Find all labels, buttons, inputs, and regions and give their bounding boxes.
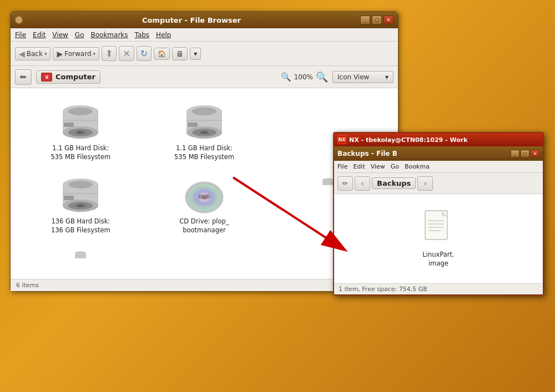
up-arrow-icon: ⬆ xyxy=(105,48,113,59)
svg-point-21 xyxy=(76,204,85,207)
backups-location[interactable]: Backups xyxy=(372,177,416,189)
computer-button[interactable]: 🖥 xyxy=(172,47,188,60)
svg-point-20 xyxy=(68,181,93,189)
svg-rect-34 xyxy=(322,180,334,185)
backups-minimize-button[interactable]: _ xyxy=(511,150,519,157)
backups-statusbar: 1 item, Free space: 754.5 GB xyxy=(334,283,543,294)
menu-tabs[interactable]: Tabs xyxy=(135,31,150,39)
window-dot xyxy=(15,16,23,24)
nx-titlebar-left: NX NX - tbekolay@CTN08:1029 - Work xyxy=(337,135,467,144)
toolbar-more-button[interactable]: ▾ xyxy=(190,48,201,60)
forward-button[interactable]: ▶ Forward ▾ xyxy=(53,47,99,60)
svg-point-4 xyxy=(68,108,93,115)
close-button[interactable]: ✕ xyxy=(384,16,393,24)
view-label: Icon View xyxy=(337,73,369,81)
edit-location-button[interactable]: ✏️ xyxy=(15,69,32,85)
backups-edit-button[interactable]: ✏️ xyxy=(337,176,353,191)
list-item[interactable]: 136 GB Hard Disk:136 GB Filesystem xyxy=(22,172,140,240)
zoom-in-button[interactable]: 🔍 xyxy=(316,71,328,83)
menu-bookmarks[interactable]: Bookmarks xyxy=(90,31,128,39)
backups-menu-go[interactable]: Go xyxy=(391,163,399,170)
edit-icon: ✏️ xyxy=(20,73,27,82)
menu-help[interactable]: Help xyxy=(156,31,171,39)
svg-point-13 xyxy=(200,131,209,134)
maximize-button[interactable]: □ xyxy=(372,16,382,24)
svg-point-32 xyxy=(185,182,223,213)
forward-chevron-icon: › xyxy=(424,180,427,187)
stop-icon: ✕ xyxy=(123,48,130,59)
forward-dropdown-icon: ▾ xyxy=(93,51,96,57)
reload-button[interactable]: ↻ xyxy=(137,46,152,61)
svg-rect-37 xyxy=(75,253,86,258)
hdd-icon xyxy=(58,105,103,141)
menu-edit[interactable]: Edit xyxy=(33,31,46,39)
backups-menu-edit[interactable]: Edit xyxy=(353,163,365,170)
back-dropdown-icon: ▾ xyxy=(44,51,47,57)
file-item-label: 136 GB Hard Disk:136 GB Filesystem xyxy=(51,217,110,235)
hdd-icon xyxy=(58,178,103,214)
view-selector[interactable]: Icon View ▾ xyxy=(332,71,393,83)
computer-location-icon: 🖥 xyxy=(41,73,52,82)
backups-back-button[interactable]: ‹ xyxy=(355,176,370,191)
main-window-title: Computer - File Browser xyxy=(23,16,360,24)
backups-close-button[interactable]: ✕ xyxy=(531,150,539,157)
nx-title: NX - tbekolay@CTN08:1029 - Work xyxy=(349,136,467,144)
file-item-label: 1.1 GB Hard Disk:535 MB Filesystem xyxy=(174,144,234,161)
backups-titlebar-controls: _ □ ✕ xyxy=(511,150,539,157)
main-titlebar: Computer - File Browser _ □ ✕ xyxy=(11,12,398,28)
backups-menu-file[interactable]: File xyxy=(337,163,347,170)
item-count: 6 items xyxy=(16,282,39,289)
backups-menu-bookmarks[interactable]: Bookma xyxy=(405,163,430,170)
file-item-label: LinuxPart. image xyxy=(422,250,454,268)
main-toolbar: ◀ Back ▾ ▶ Forward ▾ ⬆ ✕ ↻ 🏠 🖥 ▾ xyxy=(11,42,398,66)
forward-label: Forward xyxy=(64,50,91,58)
backups-menu-view[interactable]: View xyxy=(371,163,385,170)
svg-rect-7 xyxy=(64,123,74,127)
list-item[interactable]: 1.1 GB Hard Disk:535 MB Filesystem xyxy=(22,99,140,167)
backups-title: Backups - File B xyxy=(337,150,397,157)
list-item[interactable]: DVD CD Drive: plop_bootmanager xyxy=(145,172,264,240)
edit-icon: ✏️ xyxy=(342,180,348,187)
backups-forward-button[interactable]: › xyxy=(417,176,433,191)
view-dropdown-icon: ▾ xyxy=(385,73,389,81)
backups-location-label: Backups xyxy=(377,179,411,187)
backups-file-area: LinuxPart. image xyxy=(334,194,543,283)
list-item[interactable]: 1.1 GB Hard Disk:535 MB Filesystem xyxy=(145,99,264,167)
back-label: Back xyxy=(27,50,43,58)
svg-rect-23 xyxy=(64,196,74,200)
zoom-out-button[interactable]: 🔍 xyxy=(281,72,291,82)
up-button[interactable]: ⬆ xyxy=(102,46,117,61)
home-icon: 🏠 xyxy=(158,50,166,58)
home-button[interactable]: 🏠 xyxy=(154,48,170,60)
nx-titlebar: NX NX - tbekolay@CTN08:1029 - Work xyxy=(334,133,543,146)
menu-view[interactable]: View xyxy=(52,31,68,39)
more-icon: ▾ xyxy=(194,50,197,58)
back-chevron-icon: ‹ xyxy=(361,180,364,187)
location-bar: ✏️ 🖥 Computer 🔍 100% 🔍 Icon View ▾ xyxy=(11,66,398,88)
backups-maximize-button[interactable]: □ xyxy=(521,150,529,157)
list-item[interactable]: LinuxPart. image xyxy=(418,205,458,272)
titlebar-controls: _ □ ✕ xyxy=(360,16,393,24)
dvd-icon: DVD xyxy=(182,178,226,214)
back-button[interactable]: ◀ Back ▾ xyxy=(15,47,51,60)
hdd-icon-partial xyxy=(58,251,103,262)
location-breadcrumb[interactable]: 🖥 Computer xyxy=(36,70,100,84)
location-label: Computer xyxy=(56,73,95,81)
document-icon xyxy=(423,210,454,247)
list-item-partial[interactable] xyxy=(22,246,140,268)
backups-toolbar: ✏️ ‹ Backups › xyxy=(334,173,543,194)
back-arrow-icon: ◀ xyxy=(19,49,25,58)
zoom-level: 100% xyxy=(294,73,313,81)
hdd-icon xyxy=(182,105,226,141)
minimize-button[interactable]: _ xyxy=(360,16,370,24)
menu-file[interactable]: File xyxy=(15,31,26,39)
file-item-label: 1.1 GB Hard Disk:535 MB Filesystem xyxy=(51,144,110,161)
reload-icon: ↻ xyxy=(140,48,148,59)
menu-go[interactable]: Go xyxy=(75,31,84,39)
nx-app-icon: NX xyxy=(337,135,346,144)
stop-button[interactable]: ✕ xyxy=(119,46,134,61)
forward-arrow-icon: ▶ xyxy=(57,49,63,58)
backups-titlebar: Backups - File B _ □ ✕ xyxy=(334,146,543,161)
svg-point-12 xyxy=(192,108,216,115)
computer-icon: 🖥 xyxy=(176,49,184,58)
